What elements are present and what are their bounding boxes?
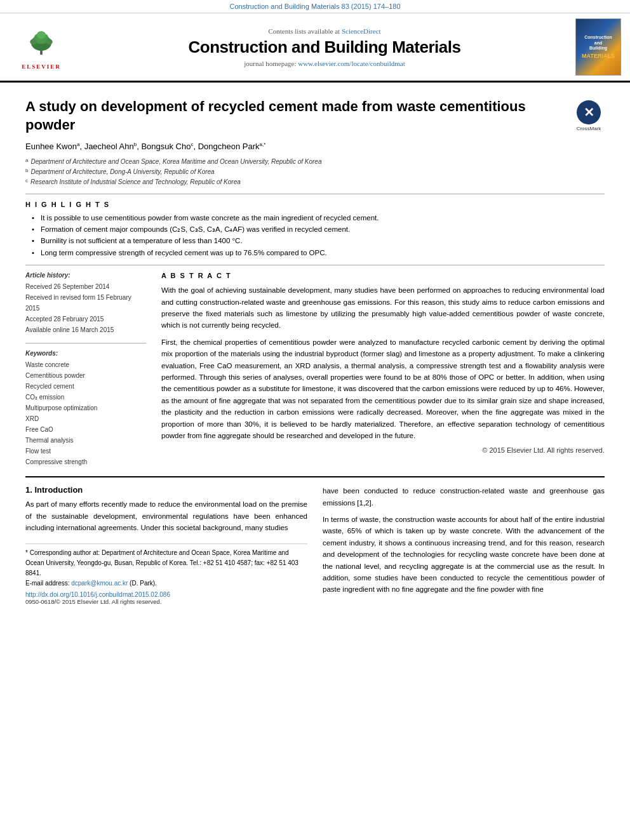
- abstract-header: A B S T R A C T: [161, 272, 605, 279]
- authors-line: Eunhee Kwona, Jaecheol Ahnb, Bongsuk Cho…: [25, 140, 605, 153]
- journal-cover-area: Construction and Building MATERIALS: [573, 18, 624, 76]
- highlight-item-2: Formation of cement major compounds (C₂S…: [32, 223, 605, 235]
- main-content: A study on development of recycled cemen…: [0, 83, 630, 615]
- body-para-right-1: have been conducted to reduce constructi…: [323, 485, 605, 509]
- affil-line-c: c Research Institute of Industrial Scien…: [25, 177, 605, 187]
- section1-heading: 1. Introduction: [25, 485, 307, 495]
- svg-rect-0: [40, 50, 43, 55]
- article-title-section: A study on development of recycled cemen…: [25, 98, 605, 134]
- body-right-col: have been conducted to reduce constructi…: [323, 485, 605, 605]
- svg-point-4: [30, 39, 37, 44]
- journal-cover-image: Construction and Building MATERIALS: [575, 18, 621, 76]
- keywords-label: Keywords:: [25, 350, 146, 357]
- highlight-item-3: Burnility is not sufficient at a tempera…: [32, 235, 605, 246]
- keyword-6: XRD: [25, 413, 146, 424]
- keyword-9: Flow test: [25, 446, 146, 457]
- citation-bar: Construction and Building Materials 83 (…: [0, 0, 630, 13]
- keyword-1: Waste concrete: [25, 359, 146, 370]
- sciencedirect-line: Contents lists available at ScienceDirec…: [83, 27, 566, 35]
- svg-point-5: [46, 39, 53, 44]
- affil-a-text: Department of Architecture and Ocean Spa…: [30, 157, 321, 167]
- rights-line: 0950-0618/© 2015 Elsevier Ltd. All right…: [25, 598, 307, 605]
- article-title: A study on development of recycled cemen…: [25, 98, 573, 134]
- divider-1: [25, 194, 605, 194]
- crossmark-icon: ✕: [577, 100, 601, 124]
- journal-header-center: Contents lists available at ScienceDirec…: [83, 27, 566, 67]
- affil-line-b: b Department of Architecture, Dong-A Uni…: [25, 167, 605, 177]
- svg-point-3: [37, 31, 46, 39]
- affil-c-text: Research Institute of Industrial Science…: [30, 177, 241, 187]
- body-para-1: As part of many efforts recently made to…: [25, 498, 307, 533]
- highlights-section: H I G H L I G H T S It is possible to us…: [25, 201, 605, 259]
- keywords-section: Keywords: Waste concrete Cementitious po…: [25, 350, 146, 467]
- article-info: Article history: Received 26 September 2…: [25, 272, 146, 335]
- article-info-abstract-cols: Article history: Received 26 September 2…: [25, 272, 605, 467]
- doi-link[interactable]: http://dx.doi.org/10.1016/j.conbuildmat.…: [25, 591, 170, 598]
- divider-left: [25, 343, 146, 343]
- homepage-link[interactable]: www.elsevier.com/locate/conbuildmat: [298, 60, 405, 67]
- email-link[interactable]: dcpark@kmou.ac.kr: [71, 580, 128, 587]
- citation-text: Construction and Building Materials 83 (…: [229, 3, 400, 10]
- body-content: 1. Introduction As part of many efforts …: [25, 485, 605, 605]
- date-online: Available online 16 March 2015: [25, 324, 146, 335]
- abstract-section: A B S T R A C T With the goal of achievi…: [161, 272, 605, 454]
- keyword-3: Recycled cement: [25, 381, 146, 392]
- cover-top-text: Construction and Building: [584, 35, 612, 51]
- footnote-email-line: E-mail address: dcpark@kmou.ac.kr (D. Pa…: [25, 578, 307, 589]
- cover-materials-text: MATERIALS: [582, 53, 615, 59]
- date-received: Received 26 September 2014: [25, 281, 146, 292]
- journal-title: Construction and Building Materials: [83, 37, 566, 57]
- keyword-7: Free CaO: [25, 424, 146, 435]
- doi-line: http://dx.doi.org/10.1016/j.conbuildmat.…: [25, 591, 307, 598]
- elsevier-logo-area: ELSEVIER: [6, 24, 76, 70]
- keyword-10: Compressive strength: [25, 457, 146, 467]
- journal-homepage: journal homepage: www.elsevier.com/locat…: [83, 60, 566, 67]
- highlights-list: It is possible to use cementitious powde…: [25, 212, 605, 259]
- date-revised: Received in revised form 15 February 201…: [25, 292, 146, 314]
- right-col: A B S T R A C T With the goal of achievi…: [161, 272, 605, 467]
- abstract-text: With the goal of achieving sustainable d…: [161, 284, 605, 441]
- divider-2: [25, 265, 605, 265]
- affiliations: a Department of Architecture and Ocean S…: [25, 157, 605, 187]
- copyright-line: © 2015 Elsevier Ltd. All rights reserved…: [161, 446, 605, 454]
- highlight-item-1: It is possible to use cementitious powde…: [32, 212, 605, 223]
- sciencedirect-link[interactable]: ScienceDirect: [342, 27, 381, 35]
- affil-line-a: a Department of Architecture and Ocean S…: [25, 157, 605, 167]
- keyword-2: Cementitious powder: [25, 370, 146, 381]
- article-dates: Received 26 September 2014 Received in r…: [25, 281, 146, 335]
- email-label: E-mail address:: [25, 580, 71, 587]
- divider-main: [25, 476, 605, 477]
- highlight-item-4: Long term compressive strength of recycl…: [32, 247, 605, 258]
- crossmark-label: CrossMark: [577, 126, 601, 131]
- elsevier-logo: [13, 24, 70, 62]
- footnote-corresponding: * Corresponding author at: Department of…: [25, 548, 307, 578]
- body-para-right-2: In terms of waste, the construction wast…: [323, 514, 605, 596]
- footnote-section: * Corresponding author at: Department of…: [25, 543, 307, 605]
- section1-title: Introduction: [34, 485, 83, 495]
- section1-number: 1.: [25, 485, 32, 495]
- keyword-4: CO₂ emission: [25, 392, 146, 403]
- date-accepted: Accepted 28 February 2015: [25, 314, 146, 324]
- left-col: Article history: Received 26 September 2…: [25, 272, 146, 467]
- body-left-col: 1. Introduction As part of many efforts …: [25, 485, 307, 605]
- highlights-header: H I G H L I G H T S: [25, 201, 605, 208]
- keyword-8: Thermal analysis: [25, 435, 146, 446]
- abstract-para-2: First, the chemical properties of cement…: [161, 337, 605, 442]
- journal-header: ELSEVIER Contents lists available at Sci…: [0, 13, 630, 83]
- abstract-para-1: With the goal of achieving sustainable d…: [161, 284, 605, 331]
- elsevier-tree-icon: [22, 30, 60, 56]
- affil-b-text: Department of Architecture, Dong-A Unive…: [30, 167, 214, 177]
- article-history-label: Article history:: [25, 272, 146, 279]
- elsevier-wordmark: ELSEVIER: [22, 63, 61, 70]
- email-name: (D. Park).: [130, 580, 157, 587]
- keyword-5: Multipurpose optimization: [25, 403, 146, 413]
- crossmark-badge[interactable]: ✕ CrossMark: [573, 98, 605, 131]
- body-cols: 1. Introduction As part of many efforts …: [25, 485, 605, 605]
